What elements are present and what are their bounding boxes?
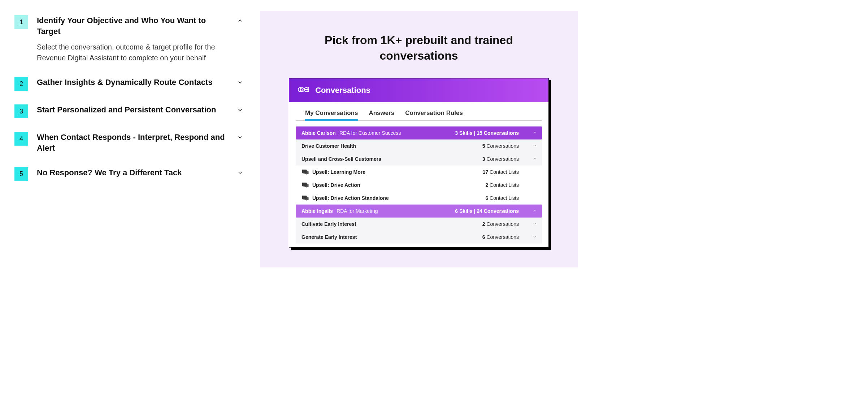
infinity-icon (297, 83, 309, 97)
skill-row[interactable]: Generate Early Interest6 Conversations (296, 231, 542, 244)
accordion-item-1[interactable]: 1Identify Your Objective and Who You Wan… (14, 11, 246, 68)
chevron-up-icon[interactable] (533, 208, 537, 214)
accordion-title: When Contact Responds - Interpret, Respo… (37, 132, 231, 153)
accordion-item-4[interactable]: 4When Contact Responds - Interpret, Resp… (14, 128, 246, 158)
conversation-icon (301, 182, 309, 188)
chevron-up-icon[interactable] (533, 156, 537, 162)
conversation-meta: 17 Contact Lists (483, 169, 519, 175)
conversation-row[interactable]: Upsell: Drive Action2 Contact Lists (296, 179, 542, 192)
chevron-down-icon[interactable] (533, 143, 537, 149)
accordion: 1Identify Your Objective and Who You Wan… (14, 11, 246, 267)
skill-row[interactable]: Cultivate Early Interest2 Conversations (296, 218, 542, 231)
chevron-up-icon[interactable] (237, 17, 244, 25)
chevron-down-icon[interactable] (237, 134, 244, 141)
skill-meta: 5 Conversations (482, 143, 519, 149)
skill-label: Generate Early Interest (301, 234, 357, 240)
accordion-title: Start Personalized and Persistent Conver… (37, 104, 231, 115)
rda-group-header[interactable]: Abbie CarlsonRDA for Customer Success3 S… (296, 126, 542, 139)
conversation-label: Upsell: Learning More (301, 169, 365, 175)
skill-meta: 6 Conversations (482, 234, 519, 240)
conversations-card-title: Conversations (315, 86, 370, 95)
accordion-title: No Response? We Try a Different Tack (37, 167, 231, 178)
conversation-label: Upsell: Drive Action Standalone (301, 195, 389, 201)
preview-panel: Pick from 1K+ prebuilt and trained conve… (260, 11, 578, 267)
rda-name: Abbie Carlson (301, 130, 336, 136)
chevron-down-icon[interactable] (237, 169, 244, 177)
conversation-icon (301, 195, 309, 201)
accordion-number-badge: 5 (14, 167, 28, 181)
rda-meta: 6 Skills | 24 Conversations (455, 208, 519, 214)
conversation-meta: 6 Contact Lists (485, 195, 519, 201)
rda-group-header[interactable]: Abbie IngallsRDA for Marketing6 Skills |… (296, 205, 542, 218)
skill-meta: 2 Conversations (482, 221, 519, 227)
tab-my-conversations[interactable]: My Conversations (305, 109, 358, 120)
conversations-tabs: My ConversationsAnswersConversation Rule… (296, 102, 542, 121)
chevron-down-icon[interactable] (533, 221, 537, 227)
conversation-meta: 2 Contact Lists (485, 182, 519, 188)
skill-meta: 3 Conversations (482, 156, 519, 162)
conversations-card: Conversations My ConversationsAnswersCon… (289, 78, 549, 248)
tab-conversation-rules[interactable]: Conversation Rules (405, 109, 463, 120)
skill-label: Cultivate Early Interest (301, 221, 356, 227)
chevron-down-icon[interactable] (533, 234, 537, 240)
conversation-icon (301, 169, 309, 175)
accordion-item-2[interactable]: 2Gather Insights & Dynamically Route Con… (14, 73, 246, 95)
skill-row[interactable]: Drive Customer Health5 Conversations (296, 139, 542, 152)
conversations-card-header: Conversations (289, 78, 548, 102)
accordion-description: Select the conversation, outcome & targe… (37, 42, 231, 63)
skill-label: Drive Customer Health (301, 143, 356, 149)
skill-label: Upsell and Cross-Sell Customers (301, 156, 381, 162)
rda-role: RDA for Customer Success (339, 130, 401, 136)
chevron-down-icon[interactable] (237, 79, 244, 86)
accordion-number-badge: 2 (14, 77, 28, 91)
rda-name: Abbie Ingalls (301, 208, 333, 214)
accordion-title: Gather Insights & Dynamically Route Cont… (37, 77, 231, 88)
conversation-row[interactable]: Upsell: Drive Action Standalone6 Contact… (296, 192, 542, 205)
chevron-down-icon[interactable] (237, 107, 244, 114)
skill-row[interactable]: Upsell and Cross-Sell Customers3 Convers… (296, 152, 542, 166)
accordion-item-3[interactable]: 3Start Personalized and Persistent Conve… (14, 100, 246, 123)
accordion-number-badge: 3 (14, 104, 28, 118)
chevron-up-icon[interactable] (533, 130, 537, 136)
accordion-item-5[interactable]: 5No Response? We Try a Different Tack (14, 163, 246, 185)
tab-answers[interactable]: Answers (369, 109, 394, 120)
accordion-title: Identify Your Objective and Who You Want… (37, 15, 231, 36)
preview-heading: Pick from 1K+ prebuilt and trained conve… (289, 33, 549, 64)
accordion-number-badge: 4 (14, 132, 28, 146)
rda-meta: 3 Skills | 15 Conversations (455, 130, 519, 136)
rda-role: RDA for Marketing (337, 208, 378, 214)
accordion-number-badge: 1 (14, 15, 28, 29)
conversation-label: Upsell: Drive Action (301, 182, 360, 188)
conversations-list: Abbie CarlsonRDA for Customer Success3 S… (289, 121, 548, 247)
conversation-row[interactable]: Upsell: Learning More17 Contact Lists (296, 166, 542, 179)
